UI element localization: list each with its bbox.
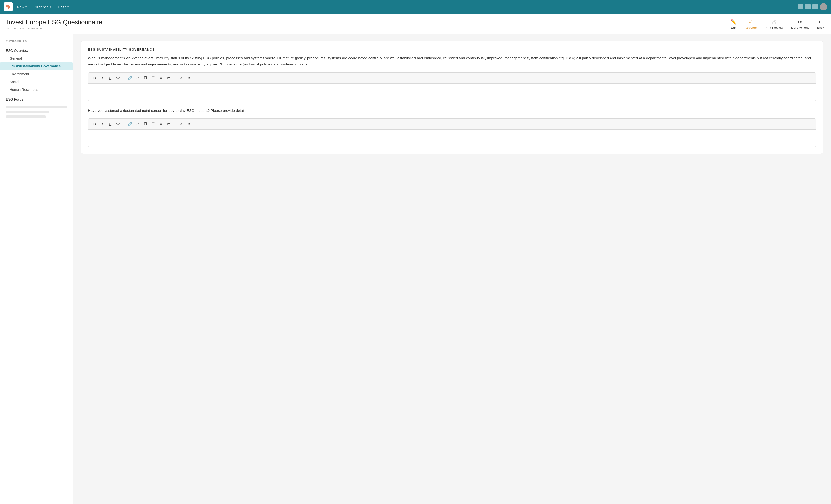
app-logo — [4, 2, 13, 11]
more-actions-label: More Actions — [791, 26, 809, 29]
activate-icon: ✓ — [749, 19, 753, 25]
sidebar-placeholder-2 — [6, 111, 50, 113]
editor-1-toolbar: B I U </> 🔗 ↩ 🖼 ☰ ≡ ≔ ↺ ↻ — [88, 72, 816, 84]
editor-1-bold[interactable]: B — [91, 75, 98, 81]
edit-icon: ✏️ — [730, 19, 737, 25]
editor-2-underline[interactable]: U — [107, 121, 114, 127]
editor-2-ordered-list[interactable]: ☰ — [150, 121, 156, 127]
print-preview-icon: 🖨 — [772, 19, 776, 25]
main-layout: CATEGORIES ESG Overview General ESG/Sust… — [0, 34, 831, 504]
page-subtitle: Standard Template — [7, 27, 102, 30]
sidebar-item-general[interactable]: General — [0, 55, 73, 62]
content-card: ESG/SUSTAINABILITY GOVERNANCE What is ma… — [81, 41, 823, 154]
nav-diligence-chevron: ▾ — [50, 5, 51, 8]
page-header: Invest Europe ESG Questionnaire Standard… — [0, 13, 831, 34]
sidebar-section-esg-focus: ESG Focus — [0, 95, 73, 103]
toolbar: ✏️ Edit ✓ Activate 🖨 Print Preview ••• M… — [730, 19, 824, 29]
editor-2-quote[interactable]: ↩ — [134, 121, 141, 127]
editor-1-quote[interactable]: ↩ — [134, 75, 141, 81]
editor-2-link[interactable]: 🔗 — [126, 121, 133, 127]
editor-1-ordered-list[interactable]: ☰ — [150, 75, 156, 81]
editor-2-image[interactable]: 🖼 — [142, 121, 149, 127]
editor-1-body[interactable] — [88, 84, 816, 100]
editor-1-italic[interactable]: I — [99, 75, 106, 81]
nav-square-3[interactable] — [812, 4, 818, 9]
nav-right — [798, 3, 827, 10]
editor-1-undo[interactable]: ↺ — [177, 75, 184, 81]
editor-1-redo[interactable]: ↻ — [185, 75, 192, 81]
editor-1-align[interactable]: ≡ — [157, 75, 165, 81]
editor-2-body[interactable] — [88, 129, 816, 147]
page-title-block: Invest Europe ESG Questionnaire Standard… — [7, 19, 102, 30]
activate-button[interactable]: ✓ Activate — [745, 19, 757, 29]
categories-label: CATEGORIES — [0, 40, 73, 47]
nav-dash[interactable]: Dash ▾ — [56, 3, 71, 10]
editor-1-bullet-list[interactable]: ≔ — [165, 75, 172, 81]
editor-2-italic[interactable]: I — [99, 121, 106, 127]
section-title: ESG/SUSTAINABILITY GOVERNANCE — [88, 48, 816, 51]
content-area: ESG/SUSTAINABILITY GOVERNANCE What is ma… — [73, 34, 831, 504]
editor-2-sep1 — [124, 121, 124, 126]
nav-square-1[interactable] — [798, 4, 803, 9]
nav-dash-chevron: ▾ — [67, 5, 69, 8]
edit-button[interactable]: ✏️ Edit — [730, 19, 737, 29]
question-1-text: What is management's view of the overall… — [88, 55, 816, 67]
back-button[interactable]: ↩ Back — [817, 19, 824, 29]
editor-1-code[interactable]: </> — [115, 75, 121, 81]
sidebar-section-title-esg-overview[interactable]: ESG Overview — [0, 47, 73, 55]
more-actions-icon: ••• — [798, 19, 803, 25]
editor-1: B I U </> 🔗 ↩ 🖼 ☰ ≡ ≔ ↺ ↻ — [88, 72, 816, 101]
editor-1-underline[interactable]: U — [107, 75, 114, 81]
editor-2-undo[interactable]: ↺ — [177, 121, 184, 127]
editor-2-bold[interactable]: B — [91, 121, 98, 127]
sidebar: CATEGORIES ESG Overview General ESG/Sust… — [0, 34, 73, 504]
nav-diligence[interactable]: Diligence ▾ — [31, 3, 54, 10]
print-preview-label: Print Preview — [765, 26, 783, 29]
edit-label: Edit — [731, 26, 736, 29]
editor-2-code[interactable]: </> — [115, 121, 121, 127]
editor-2-align[interactable]: ≡ — [157, 121, 165, 127]
user-avatar[interactable] — [820, 3, 827, 10]
question-2-text: Have you assigned a designated point per… — [88, 108, 816, 114]
nav-new-chevron: ▾ — [25, 5, 27, 8]
activate-label: Activate — [745, 26, 757, 29]
more-actions-button[interactable]: ••• More Actions — [791, 19, 809, 29]
editor-2-redo[interactable]: ↻ — [185, 121, 192, 127]
editor-1-sep1 — [124, 76, 124, 80]
sidebar-placeholder-1 — [6, 106, 67, 108]
editor-2-sep2 — [175, 121, 175, 126]
nav-new[interactable]: New ▾ — [15, 3, 29, 10]
sidebar-section-esg-overview: ESG Overview General ESG/Sustainability … — [0, 47, 73, 93]
print-preview-button[interactable]: 🖨 Print Preview — [765, 19, 783, 29]
sidebar-item-environment[interactable]: Environment — [0, 70, 73, 78]
nav-square-2[interactable] — [805, 4, 810, 9]
back-icon: ↩ — [819, 19, 823, 25]
editor-2-toolbar: B I U </> 🔗 ↩ 🖼 ☰ ≡ ≔ ↺ ↻ — [88, 119, 816, 129]
editor-1-link[interactable]: 🔗 — [126, 75, 133, 81]
nav-left: New ▾ Diligence ▾ Dash ▾ — [4, 2, 71, 11]
top-navigation: New ▾ Diligence ▾ Dash ▾ — [0, 0, 831, 13]
sidebar-item-social[interactable]: Social — [0, 78, 73, 86]
sidebar-placeholder-3 — [6, 115, 46, 118]
sidebar-section-title-esg-focus[interactable]: ESG Focus — [0, 95, 73, 103]
editor-1-sep2 — [175, 76, 175, 80]
sidebar-item-esg-sustainability-governance[interactable]: ESG/Sustainability Governance — [0, 62, 73, 70]
editor-2: B I U </> 🔗 ↩ 🖼 ☰ ≡ ≔ ↺ ↻ — [88, 118, 816, 147]
sidebar-item-human-resources[interactable]: Human Resources — [0, 86, 73, 93]
editor-1-image[interactable]: 🖼 — [142, 75, 149, 81]
page-title: Invest Europe ESG Questionnaire — [7, 19, 102, 26]
editor-2-bullet-list[interactable]: ≔ — [165, 121, 172, 127]
back-label: Back — [817, 26, 824, 29]
